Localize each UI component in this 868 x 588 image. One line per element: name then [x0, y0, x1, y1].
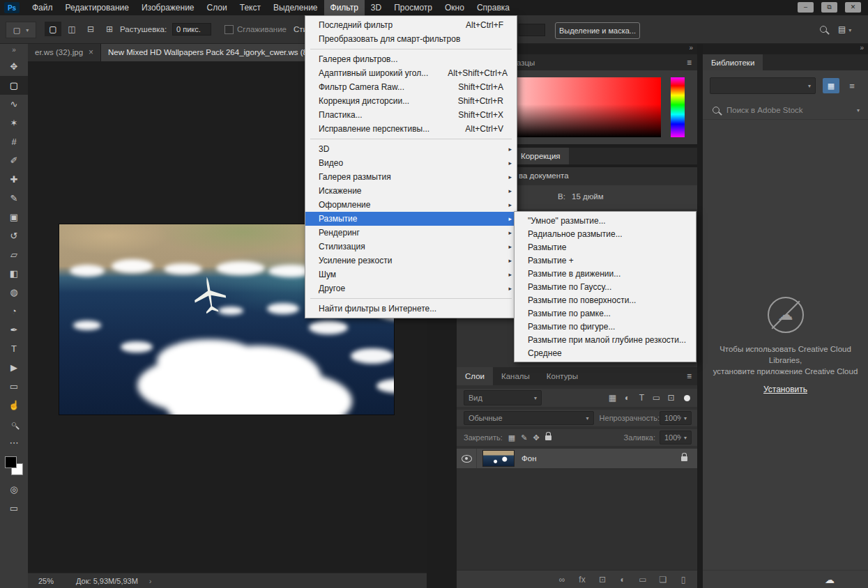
toolbar-collapse-icon[interactable]: »: [0, 43, 28, 57]
blur-submenu-item[interactable]: Размытие: [515, 240, 696, 254]
filter-menu-item[interactable]: Размытие ▸: [305, 212, 517, 226]
blur-tool[interactable]: ◍: [0, 283, 28, 302]
subtract-selection-button[interactable]: ⊟: [82, 22, 99, 36]
filter-menu-item[interactable]: Галерея фильтров...: [305, 52, 517, 66]
lock-transparency-icon[interactable]: ▦: [508, 433, 515, 442]
opacity-combo[interactable]: 100%▾: [660, 411, 692, 425]
document-tab[interactable]: er.ws (32).jpg ×: [28, 43, 101, 61]
add-selection-button[interactable]: ◫: [63, 22, 80, 36]
list-view-button[interactable]: ≡: [844, 78, 860, 93]
blur-submenu-item[interactable]: Среднее: [515, 346, 696, 359]
foreground-color-swatch[interactable]: [5, 456, 17, 468]
filter-pixel-icon[interactable]: ▦: [605, 393, 620, 403]
layer-thumbnail[interactable]: [482, 450, 515, 467]
blur-submenu-item[interactable]: Размытие в движении...: [515, 267, 696, 280]
filter-menu-item[interactable]: [305, 295, 517, 302]
tool-preset-picker[interactable]: ▢▾: [6, 22, 36, 38]
color-swatches[interactable]: [0, 452, 28, 480]
filter-menu-item[interactable]: [305, 46, 517, 52]
screen-mode-button[interactable]: ▭: [0, 499, 28, 518]
libraries-collapse-icon[interactable]: »: [860, 44, 864, 52]
height-value[interactable]: 15 дюйм: [572, 192, 604, 201]
filter-shape-icon[interactable]: ▭: [649, 393, 664, 403]
filter-menu-item[interactable]: [305, 136, 517, 142]
menubar-item[interactable]: Изображение: [135, 0, 201, 15]
layer-row-background[interactable]: Фон: [457, 449, 697, 468]
filter-smart-object-icon[interactable]: ⊡: [664, 393, 678, 403]
lasso-tool[interactable]: ∿: [0, 95, 28, 114]
brush-tool[interactable]: ✎: [0, 189, 28, 208]
tab-adjustments[interactable]: Коррекция: [512, 148, 569, 164]
new-layer-icon[interactable]: ❏: [657, 575, 669, 585]
adjustment-layer-icon[interactable]: ◐: [617, 575, 628, 585]
filter-menu-item[interactable]: Оформление ▸: [305, 198, 517, 212]
menubar-item[interactable]: Файл: [26, 0, 59, 15]
stock-search-row[interactable]: Поиск в Adobe Stock ▾: [703, 101, 868, 120]
menubar-item[interactable]: Окно: [439, 0, 471, 15]
status-chevron-icon[interactable]: ›: [149, 577, 152, 585]
blur-submenu-item[interactable]: Размытие по Гауссу...: [515, 280, 696, 293]
zoom-level[interactable]: 25%: [38, 577, 54, 585]
filter-adjustment-icon[interactable]: ◐: [620, 393, 634, 403]
layers-panel-tab[interactable]: Каналы: [493, 367, 538, 385]
hand-tool[interactable]: ☝: [0, 396, 28, 415]
filter-menu-item[interactable]: Найти фильтры в Интернете...: [305, 302, 517, 316]
menubar-item[interactable]: Слои: [201, 0, 234, 15]
lock-position-icon[interactable]: ✥: [533, 433, 539, 442]
fill-combo[interactable]: 100%▾: [660, 431, 692, 444]
shape-tool[interactable]: ▭: [0, 377, 28, 396]
blur-submenu-item[interactable]: Размытие по рамке...: [515, 307, 696, 320]
move-tool[interactable]: ✥: [0, 57, 28, 76]
style-dropdown-fragment[interactable]: [519, 24, 545, 36]
hue-strip[interactable]: [671, 77, 685, 137]
menubar-item[interactable]: Фильтр: [324, 0, 365, 15]
blur-submenu-item[interactable]: Размытие при малой глубине резкости...: [515, 333, 696, 346]
history-brush-tool[interactable]: ↺: [0, 226, 28, 245]
cloud-sync-icon[interactable]: ☁: [825, 574, 835, 585]
minimize-button[interactable]: –: [798, 2, 814, 13]
filter-menu-item[interactable]: Шум ▸: [305, 268, 517, 281]
layer-filter-combo[interactable]: Вид▾: [464, 390, 542, 405]
quick-mask-button[interactable]: ◎: [0, 480, 28, 499]
layers-panel-tab[interactable]: Контуры: [538, 367, 586, 385]
dodge-tool[interactable]: ◔: [0, 302, 28, 320]
layer-filter-toggle[interactable]: [684, 395, 690, 401]
layers-panel-tab[interactable]: Слои: [457, 367, 493, 385]
blur-submenu-item[interactable]: "Умное" размытие...: [515, 214, 696, 227]
filter-menu-item[interactable]: Коррекция дисторсии... Shift+Ctrl+R: [305, 94, 517, 108]
menubar-item[interactable]: Выделение: [267, 0, 324, 15]
clone-stamp-tool[interactable]: ▣: [0, 208, 28, 226]
edit-toolbar-button[interactable]: ⋯: [0, 433, 28, 452]
document-tab-active[interactable]: New Mixed HD Wallpapers Pack 264_igoryk_…: [101, 43, 315, 61]
menubar-item[interactable]: Редактирование: [59, 0, 135, 15]
filter-menu-item[interactable]: Искажение ▸: [305, 184, 517, 198]
filter-menu-item[interactable]: Усиление резкости ▸: [305, 254, 517, 268]
lock-pixels-icon[interactable]: ✎: [521, 433, 527, 442]
intersect-selection-button[interactable]: ⊞: [101, 22, 118, 36]
filter-menu-item[interactable]: Галерея размытия ▸: [305, 170, 517, 184]
filter-menu-item[interactable]: Рендеринг ▸: [305, 226, 517, 240]
blur-submenu-item[interactable]: Размытие +: [515, 254, 696, 267]
background-lock-icon[interactable]: [681, 456, 687, 461]
install-link[interactable]: Установить: [763, 385, 807, 394]
filter-menu-item[interactable]: Последний фильтр Alt+Ctrl+F: [305, 18, 517, 32]
eraser-tool[interactable]: ▱: [0, 245, 28, 264]
filter-type-icon[interactable]: T: [634, 393, 649, 403]
dock-collapse-icon[interactable]: »: [689, 44, 693, 52]
library-select[interactable]: ▾: [710, 77, 816, 94]
close-button[interactable]: ✕: [845, 2, 861, 13]
link-layers-icon[interactable]: ∞: [556, 575, 568, 585]
tab-libraries[interactable]: Библиотеки: [703, 54, 763, 70]
layer-group-icon[interactable]: ▭: [637, 575, 648, 585]
filter-menu-item[interactable]: Преобразовать для смарт-фильтров: [305, 32, 517, 46]
antialias-checkbox[interactable]: [224, 25, 234, 34]
filter-menu-item[interactable]: Другое ▸: [305, 281, 517, 295]
healing-brush-tool[interactable]: ✚: [0, 170, 28, 189]
workspace-switcher-icon[interactable]: ▤▾: [838, 24, 851, 34]
layer-effects-icon[interactable]: fx: [577, 575, 588, 585]
delete-layer-icon[interactable]: ▯: [678, 575, 689, 585]
layer-mask-icon[interactable]: ⊡: [597, 575, 608, 585]
lock-all-icon[interactable]: [545, 435, 551, 440]
quick-selection-tool[interactable]: ✶: [0, 114, 28, 132]
path-selection-tool[interactable]: ▶: [0, 358, 28, 377]
